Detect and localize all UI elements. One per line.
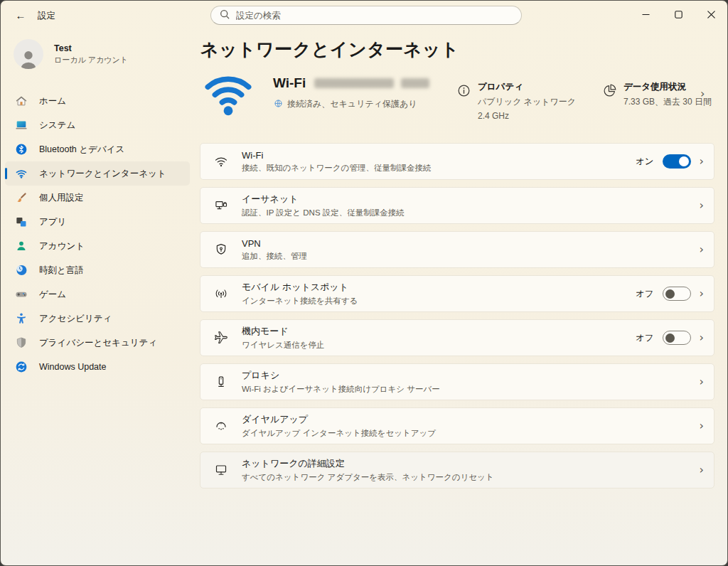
sidebar-item-windows-update[interactable]: Windows Update bbox=[5, 355, 190, 379]
minimize-button[interactable] bbox=[629, 1, 662, 28]
sidebar-item-bluetooth[interactable]: Bluetooth とデバイス bbox=[5, 137, 190, 161]
chevron-right-icon: › bbox=[700, 332, 704, 343]
sidebar-item-system[interactable]: システム bbox=[5, 113, 190, 137]
row-title: 機内モード bbox=[242, 325, 325, 338]
wifi-large-icon bbox=[202, 71, 255, 119]
sidebar-item-personalization[interactable]: 個人用設定 bbox=[5, 186, 190, 210]
row-subtitle: Wi-Fi およびイーサネット接続向けプロキシ サーバー bbox=[242, 384, 440, 395]
page-title: ネットワークとインターネット bbox=[200, 38, 459, 61]
accounts-icon bbox=[15, 240, 28, 252]
row-subtitle: ダイヤルアップ インターネット接続をセットアップ bbox=[242, 428, 436, 439]
chevron-right-icon: › bbox=[700, 376, 704, 388]
sidebar-item-label: アプリ bbox=[39, 216, 66, 228]
wifi-icon bbox=[200, 154, 242, 169]
row-subtitle: 接続、既知のネットワークの管理、従量制課金接続 bbox=[242, 163, 431, 173]
main-content: ネットワークとインターネット Wi-Fi 接続済み、セキュリティ保護あり プロパ… bbox=[198, 29, 727, 565]
info-icon bbox=[456, 83, 471, 101]
bluetooth-icon bbox=[15, 143, 28, 156]
chevron-right-icon: › bbox=[700, 420, 704, 432]
sidebar-item-label: ゲーム bbox=[39, 289, 66, 301]
apps-icon bbox=[15, 215, 28, 228]
wifi-network-title: Wi-Fi bbox=[273, 75, 306, 91]
data-usage-block[interactable]: データ使用状況 7.33 GB、過去 30 日間 bbox=[602, 81, 712, 108]
sidebar-item-privacy[interactable]: プライバシーとセキュリティ bbox=[5, 331, 190, 355]
airplane-mode-toggle[interactable] bbox=[663, 331, 691, 345]
sidebar-item-label: アカウント bbox=[39, 240, 85, 252]
settings-row-dialup[interactable]: ダイヤルアップ ダイヤルアップ インターネット接続をセットアップ › bbox=[200, 407, 714, 444]
chevron-right-icon[interactable]: › bbox=[700, 88, 705, 100]
user-account-type: ローカル アカウント bbox=[54, 55, 128, 65]
row-title: モバイル ホットスポット bbox=[242, 281, 358, 294]
sidebar-nav: ホーム システム Bluetooth とデバイス ネットワークとインターネット … bbox=[5, 89, 190, 379]
search-input[interactable] bbox=[236, 11, 513, 21]
settings-list: Wi-Fi 接続、既知のネットワークの管理、従量制課金接続 オン › イーサネッ… bbox=[200, 143, 714, 496]
sidebar-item-label: システム bbox=[39, 119, 75, 132]
sidebar-item-home[interactable]: ホーム bbox=[5, 89, 190, 113]
network-type: パブリック ネットワーク bbox=[478, 96, 576, 108]
properties-block[interactable]: プロパティ パブリック ネットワーク 2.4 GHz bbox=[456, 81, 576, 121]
properties-title: プロパティ bbox=[478, 81, 576, 93]
sidebar-item-label: 個人用設定 bbox=[39, 192, 84, 204]
row-title: VPN bbox=[242, 238, 307, 249]
gaming-icon bbox=[15, 288, 28, 301]
settings-row-wifi[interactable]: Wi-Fi 接続、既知のネットワークの管理、従量制課金接続 オン › bbox=[200, 143, 714, 180]
privacy-icon bbox=[15, 336, 28, 349]
accessibility-icon bbox=[15, 312, 28, 325]
sidebar-item-label: 時刻と言語 bbox=[39, 265, 84, 277]
row-subtitle: 認証、IP 設定と DNS 設定、従量制課金接続 bbox=[242, 208, 405, 218]
toggle-knob bbox=[679, 156, 689, 166]
close-button[interactable] bbox=[695, 1, 727, 28]
app-title: 設定 bbox=[38, 10, 55, 22]
row-title: ネットワークの詳細設定 bbox=[242, 457, 494, 470]
sidebar-item-label: Windows Update bbox=[39, 362, 107, 372]
row-title: ダイヤルアップ bbox=[242, 413, 436, 426]
toggle-knob bbox=[665, 333, 675, 343]
settings-row-vpn[interactable]: VPN 追加、接続、管理 › bbox=[200, 231, 714, 268]
settings-row-proxy[interactable]: プロキシ Wi-Fi およびイーサネット接続向けプロキシ サーバー › bbox=[200, 363, 714, 400]
network-band: 2.4 GHz bbox=[478, 111, 576, 121]
sidebar-item-label: Bluetooth とデバイス bbox=[39, 144, 124, 156]
data-usage-title: データ使用状況 bbox=[623, 81, 712, 93]
sidebar-item-accounts[interactable]: アカウント bbox=[5, 234, 190, 258]
row-subtitle: インターネット接続を共有する bbox=[242, 296, 358, 306]
settings-window: ← 設定 Test ローカル ア bbox=[0, 0, 728, 566]
maximize-button[interactable] bbox=[662, 1, 695, 28]
settings-row-ethernet[interactable]: イーサネット 認証、IP 設定と DNS 設定、従量制課金接続 › bbox=[200, 187, 714, 224]
settings-row-advanced-network[interactable]: ネットワークの詳細設定 すべてのネットワーク アダプターを表示、ネットワークのリ… bbox=[200, 452, 714, 488]
sidebar-item-accessibility[interactable]: アクセシビリティ bbox=[5, 306, 190, 331]
sidebar-item-apps[interactable]: アプリ bbox=[5, 210, 190, 234]
wifi-ssid-redacted bbox=[314, 78, 394, 88]
sidebar-item-gaming[interactable]: ゲーム bbox=[5, 282, 190, 306]
sidebar-item-network[interactable]: ネットワークとインターネット bbox=[5, 161, 190, 186]
settings-row-mobile-hotspot[interactable]: モバイル ホットスポット インターネット接続を共有する オフ › bbox=[200, 275, 714, 312]
system-icon bbox=[15, 119, 28, 132]
user-account[interactable]: Test ローカル アカウント bbox=[14, 39, 128, 69]
row-subtitle: 追加、接続、管理 bbox=[242, 251, 307, 262]
chevron-right-icon: › bbox=[700, 200, 704, 211]
avatar bbox=[14, 39, 43, 69]
settings-row-airplane-mode[interactable]: 機内モード ワイヤレス通信を停止 オフ › bbox=[200, 319, 714, 356]
dialup-icon bbox=[200, 419, 242, 433]
network-icon bbox=[15, 167, 28, 180]
sidebar-item-label: ホーム bbox=[39, 95, 66, 107]
person-icon bbox=[16, 48, 41, 69]
titlebar: ← 設定 bbox=[1, 1, 727, 29]
sidebar-item-time-language[interactable]: 時刻と言語 bbox=[5, 258, 190, 282]
mobile-hotspot-toggle[interactable] bbox=[663, 287, 691, 301]
ethernet-icon bbox=[200, 198, 242, 213]
wifi-toggle[interactable] bbox=[663, 154, 691, 169]
row-title: イーサネット bbox=[242, 193, 405, 205]
search-box[interactable] bbox=[210, 6, 522, 25]
window-controls bbox=[629, 1, 727, 28]
user-name: Test bbox=[54, 43, 128, 53]
network-status-header: Wi-Fi 接続済み、セキュリティ保護あり プロパティ パブリック ネットワーク… bbox=[200, 68, 715, 139]
chevron-right-icon: › bbox=[700, 288, 704, 299]
vpn-shield-icon bbox=[200, 242, 242, 257]
sidebar-item-label: アクセシビリティ bbox=[39, 313, 112, 325]
toggle-state-label: オン bbox=[636, 156, 654, 168]
hotspot-icon bbox=[200, 287, 242, 301]
globe-icon bbox=[274, 99, 283, 110]
back-arrow-icon: ← bbox=[16, 9, 26, 21]
row-subtitle: ワイヤレス通信を停止 bbox=[242, 340, 325, 351]
back-button[interactable]: ← bbox=[9, 6, 32, 24]
